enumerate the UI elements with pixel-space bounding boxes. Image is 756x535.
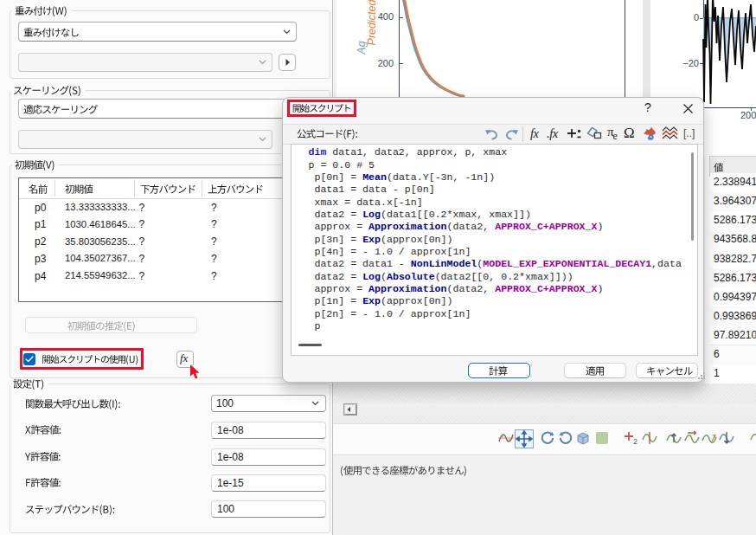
- svg-text:2: 2: [633, 437, 637, 446]
